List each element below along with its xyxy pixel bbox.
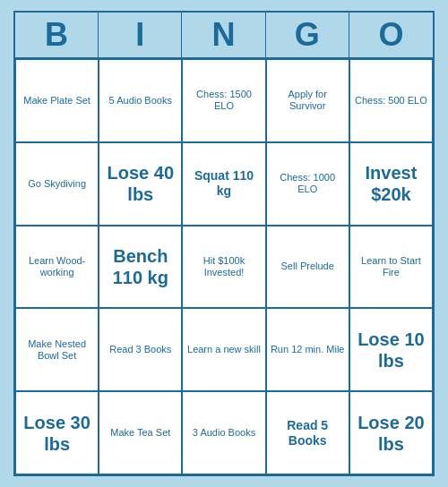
bingo-cell: Chess: 500 ELO <box>349 59 433 142</box>
bingo-cell: Read 5 Books <box>266 391 349 474</box>
header-letter: O <box>349 13 433 57</box>
bingo-cell: Make Plate Set <box>15 59 99 142</box>
bingo-cell: Go Skydiving <box>15 142 99 226</box>
bingo-cell: 3 Audio Books <box>182 391 265 474</box>
header-letter: I <box>99 13 182 57</box>
bingo-header: BINGO <box>15 13 433 59</box>
bingo-cell: Make Tea Set <box>99 391 182 474</box>
bingo-cell: 5 Audio Books <box>99 59 182 142</box>
header-letter: G <box>266 13 349 57</box>
bingo-cell: Apply for Survivor <box>266 59 349 142</box>
bingo-cell: Lose 40 lbs <box>99 142 182 226</box>
bingo-cell: Bench 110 kg <box>99 226 182 309</box>
bingo-cell: Learn Wood-working <box>15 226 99 309</box>
bingo-cell: Learn to Start Fire <box>349 226 433 309</box>
bingo-cell: Lose 30 lbs <box>15 391 99 474</box>
bingo-cell: Sell Prelude <box>266 226 349 309</box>
bingo-cell: Lose 20 lbs <box>349 391 433 474</box>
bingo-cell: Invest $20k <box>349 142 433 226</box>
bingo-cell: Chess: 1000 ELO <box>266 142 349 226</box>
header-letter: N <box>182 13 265 57</box>
bingo-cell: Make Nested Bowl Set <box>15 308 99 391</box>
bingo-cell: Read 3 Books <box>99 308 182 391</box>
bingo-grid: Make Plate Set5 Audio BooksChess: 1500 E… <box>15 59 433 474</box>
bingo-card: BINGO Make Plate Set5 Audio BooksChess: … <box>13 11 435 476</box>
bingo-cell: Chess: 1500 ELO <box>182 59 265 142</box>
bingo-cell: Run 12 min. Mile <box>266 308 349 391</box>
header-letter: B <box>15 13 99 57</box>
bingo-cell: Lose 10 lbs <box>349 308 433 391</box>
bingo-cell: Hit $100k Invested! <box>182 226 265 309</box>
bingo-cell: Squat 110 kg <box>182 142 265 226</box>
bingo-cell: Learn a new skill <box>182 308 265 391</box>
